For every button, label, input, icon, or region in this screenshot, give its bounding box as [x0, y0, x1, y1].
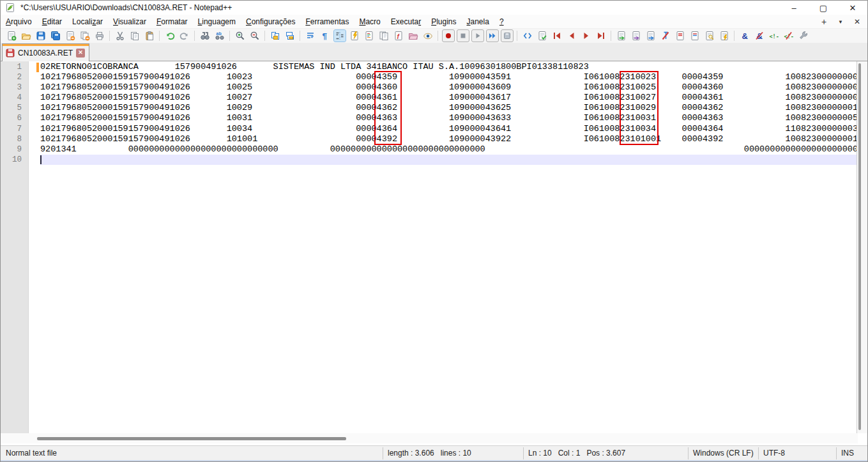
code-line-6[interactable]: 10217968052000159157900491026 10031 0000… [40, 113, 858, 123]
code-line-9[interactable]: 9201341 00000000000000000000000000000 00… [40, 144, 858, 155]
zoom-out-icon[interactable] [249, 30, 261, 42]
code-line-2[interactable]: 10217968052000159157900491026 10023 0000… [40, 72, 858, 82]
toolbar-separator [159, 31, 160, 41]
menu-localizar[interactable]: Localizar [67, 15, 108, 28]
search-in-doc-icon[interactable] [704, 30, 715, 42]
run-macro-multiple-icon[interactable] [487, 30, 498, 42]
status-length-lines: length : 3.606 lines : 10 [388, 449, 471, 458]
code-line-7[interactable]: 10217968052000159157900491026 10034 0000… [40, 124, 858, 134]
uncomment-line-icon[interactable]: <!-- [783, 30, 795, 42]
export-doc-green-icon[interactable] [616, 30, 627, 42]
run-external-icon[interactable] [522, 30, 533, 42]
sync-horizontal-scroll-icon[interactable] [284, 30, 296, 42]
go-next-icon[interactable] [581, 30, 592, 42]
menu-editar[interactable]: Editar [37, 15, 67, 28]
menu-macro[interactable]: Macro [354, 15, 385, 28]
find-icon[interactable] [199, 30, 211, 42]
plugin-options-wrench-icon[interactable] [798, 30, 809, 42]
folder-as-workspace-icon[interactable] [407, 30, 419, 42]
function-list-icon[interactable]: f [393, 30, 404, 42]
close-all-icon[interactable] [79, 30, 91, 42]
copy-icon[interactable] [129, 30, 141, 42]
print-icon[interactable] [94, 30, 105, 42]
notepadpp-window: *C:\Users\USUARIO\Downloads\CN10083A.RET… [0, 0, 868, 462]
code-line-5[interactable]: 10217968052000159157900491026 10029 0000… [40, 103, 858, 113]
mime-encode-icon[interactable]: & [739, 30, 750, 42]
clear-marks-icon[interactable] [660, 30, 671, 42]
quick-highlight-icon[interactable] [719, 30, 730, 42]
mime-decode-icon[interactable]: & [754, 30, 765, 42]
menu-visualizar[interactable]: Visualizar [108, 15, 151, 28]
user-defined-language-icon[interactable] [349, 30, 360, 42]
export-doc-purple-icon[interactable] [630, 30, 642, 42]
menu-plugins[interactable]: Plugins [426, 15, 461, 28]
code-line-3[interactable]: 10217968052000159157900491026 10025 0000… [40, 82, 858, 93]
close-button[interactable]: ✕ [838, 1, 867, 15]
window-title: *C:\Users\USUARIO\Downloads\CN10083A.RET… [20, 3, 232, 12]
vertical-scrollbar-thumb[interactable] [858, 63, 861, 430]
tab-list-arrow-icon[interactable]: ▼ [835, 17, 846, 27]
status-encoding[interactable]: UTF-8 [763, 449, 785, 458]
horizontal-scrollbar[interactable] [1, 433, 858, 443]
svg-text:&: & [742, 31, 747, 41]
comment-line-icon[interactable]: <!-- [768, 30, 780, 42]
red-box-left [374, 71, 402, 146]
status-insert-mode[interactable]: INS [841, 449, 854, 458]
close-tab-x-icon[interactable]: ✕ [852, 17, 862, 27]
sync-vertical-scroll-icon[interactable] [270, 30, 281, 42]
menu-ferramentas[interactable]: Ferramentas [300, 15, 354, 28]
menu-configuraes[interactable]: Configurações [241, 15, 300, 28]
open-file-icon[interactable] [20, 30, 32, 42]
new-tab-plus-icon[interactable]: + [819, 17, 829, 27]
menu-linguagem[interactable]: Linguagem [193, 15, 241, 28]
redo-icon[interactable] [179, 30, 190, 42]
tab-close-icon[interactable]: ✕ [76, 49, 85, 58]
show-all-characters-icon[interactable]: ¶ [319, 30, 331, 42]
menu-arquivo[interactable]: Arquivo [1, 15, 37, 28]
code-line-8[interactable]: 10217968052000159157900491026 101001 000… [40, 134, 858, 144]
save-icon[interactable] [35, 30, 47, 42]
line-number-7: 7 [1, 124, 22, 134]
cut-icon[interactable] [114, 30, 126, 42]
minimize-button[interactable]: – [779, 1, 809, 15]
compare-doc-2-icon[interactable] [689, 30, 701, 42]
maximize-button[interactable]: ▢ [809, 1, 838, 15]
go-first-icon[interactable] [551, 30, 563, 42]
save-all-icon[interactable] [50, 30, 61, 42]
menu-formatar[interactable]: Formatar [151, 15, 193, 28]
zoom-in-icon[interactable] [234, 30, 246, 42]
menu-?[interactable]: ? [494, 15, 509, 28]
go-last-icon[interactable] [595, 30, 607, 42]
undo-icon[interactable] [164, 30, 176, 42]
code-line-1[interactable]: 02RETORNO01COBRANCA 157900491026 SISTEMA… [40, 62, 858, 72]
code-line-4[interactable]: 10217968052000159157900491026 10027 0000… [40, 93, 858, 103]
change-history-marker [36, 63, 39, 72]
record-macro-icon[interactable] [443, 30, 454, 42]
menu-janela[interactable]: Janela [462, 15, 494, 28]
paste-icon[interactable] [144, 30, 155, 42]
indent-guide-icon[interactable] [334, 30, 346, 42]
tab-cn10083a-ret[interactable]: CN10083A.RET ✕ [2, 43, 89, 61]
go-previous-icon[interactable] [566, 30, 577, 42]
validate-document-icon[interactable] [537, 30, 548, 42]
close-icon[interactable] [65, 30, 76, 42]
save-macro-icon[interactable] [501, 30, 513, 42]
line-number-1: 1 [1, 62, 22, 72]
horizontal-scrollbar-thumb[interactable] [37, 437, 346, 440]
menu-executar[interactable]: Executar [386, 15, 426, 28]
text-content[interactable]: 02RETORNO01COBRANCA 157900491026 SISTEMA… [40, 62, 858, 165]
compare-doc-1-icon[interactable] [674, 30, 686, 42]
export-doc-blue-icon[interactable] [645, 30, 657, 42]
play-macro-icon[interactable] [472, 30, 483, 42]
new-file-icon[interactable] [6, 30, 17, 42]
document-map-icon[interactable] [363, 30, 375, 42]
status-eol-format[interactable]: Windows (CR LF) [693, 449, 754, 458]
editor-area[interactable]: 12345678910 02RETORNO01COBRANCA 15790049… [1, 61, 868, 433]
word-wrap-icon[interactable] [305, 30, 316, 42]
document-list-icon[interactable] [378, 30, 390, 42]
code-line-10[interactable] [40, 155, 858, 165]
monitoring-icon[interactable] [422, 30, 434, 42]
vertical-scrollbar[interactable] [857, 61, 867, 433]
stop-macro-icon[interactable] [457, 30, 469, 42]
replace-icon[interactable]: ab [214, 30, 225, 42]
